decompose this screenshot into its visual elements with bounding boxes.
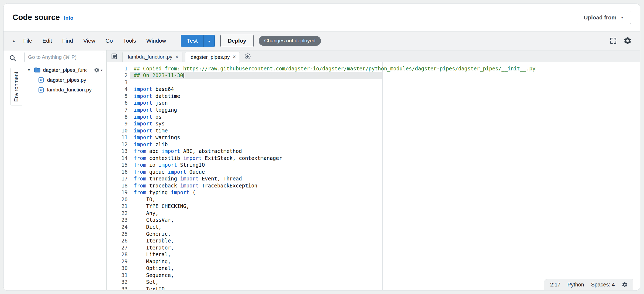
file-name: dagster_pipes.py: [47, 77, 86, 83]
file-tree-panel: ▼ dagster_pipes_function ▼ dagster_pipes…: [22, 50, 106, 290]
code-line-26: 26 Iterable,: [107, 237, 640, 244]
line-number[interactable]: 20: [107, 196, 128, 203]
editor-column: lambda_function.py×dagster_pipes.py× 1##…: [107, 50, 640, 290]
line-number[interactable]: 10: [107, 127, 128, 134]
line-number[interactable]: 5: [107, 93, 128, 100]
menu-file[interactable]: File: [22, 36, 34, 46]
close-tab-icon[interactable]: ×: [175, 54, 178, 60]
line-number[interactable]: 15: [107, 162, 128, 169]
tree-folder-row[interactable]: ▼ dagster_pipes_function ▼: [22, 65, 106, 75]
test-button[interactable]: Test: [181, 35, 203, 47]
line-number[interactable]: 21: [107, 203, 128, 210]
upload-from-button[interactable]: Upload from ▼: [577, 11, 631, 24]
line-number[interactable]: 8: [107, 114, 128, 121]
code-line-9: 9import sys: [107, 120, 640, 127]
code-line-16: 16from queue import Queue: [107, 169, 640, 176]
code-line-29: 29 Mapping,: [107, 258, 640, 265]
menu-edit[interactable]: Edit: [41, 36, 54, 46]
line-number[interactable]: 4: [107, 86, 128, 93]
upload-from-label: Upload from: [584, 14, 617, 21]
line-number[interactable]: 12: [107, 141, 128, 148]
line-number[interactable]: 2: [107, 72, 128, 79]
line-text: from queue import Queue: [128, 169, 640, 176]
code-line-20: 20 IO,: [107, 196, 640, 203]
line-number[interactable]: 19: [107, 189, 128, 196]
info-link[interactable]: Info: [64, 15, 73, 21]
tab-list-icon[interactable]: [111, 53, 118, 60]
code-line-22: 22 Any,: [107, 210, 640, 217]
line-number[interactable]: 17: [107, 175, 128, 182]
line-number[interactable]: 6: [107, 100, 128, 107]
line-number[interactable]: 11: [107, 134, 128, 141]
disclosure-triangle-icon[interactable]: ▼: [27, 68, 32, 72]
line-number[interactable]: 32: [107, 279, 128, 286]
fullscreen-icon[interactable]: [610, 37, 617, 44]
code-line-5: 5import datetime: [107, 93, 640, 100]
line-text: import os: [128, 114, 640, 121]
cursor-position[interactable]: 2:17: [550, 282, 560, 288]
line-number[interactable]: 24: [107, 224, 128, 231]
collapse-panel-icon[interactable]: ▲: [12, 39, 16, 43]
line-number[interactable]: 22: [107, 210, 128, 217]
menu-go[interactable]: Go: [104, 36, 115, 46]
line-text: import datetime: [128, 93, 640, 100]
line-number[interactable]: 27: [107, 244, 128, 251]
line-number[interactable]: 18: [107, 182, 128, 189]
deploy-button[interactable]: Deploy: [220, 35, 253, 47]
file-name: lambda_function.py: [47, 87, 92, 93]
search-icon[interactable]: [9, 54, 16, 62]
menu-list: FileEditFindViewGoToolsWindow: [22, 36, 168, 46]
main-content: Environment ▼ dagster_pipes_function: [4, 50, 640, 290]
language-mode[interactable]: Python: [567, 282, 584, 288]
page-title: Code source: [13, 13, 60, 22]
close-tab-icon[interactable]: ×: [233, 54, 236, 60]
line-number[interactable]: 33: [107, 286, 128, 290]
editor-settings-gear-icon[interactable]: [622, 282, 628, 288]
line-number[interactable]: 14: [107, 155, 128, 162]
line-number[interactable]: 25: [107, 231, 128, 238]
line-number[interactable]: 3: [107, 79, 128, 86]
spaces-setting[interactable]: Spaces: 4: [591, 282, 615, 288]
goto-anything-input[interactable]: [25, 52, 104, 62]
left-icon-strip: Environment: [4, 50, 22, 290]
line-number[interactable]: 28: [107, 251, 128, 258]
menubar-right-icons: [610, 36, 632, 45]
code-line-23: 23 ClassVar,: [107, 217, 640, 224]
tab-label: lambda_function.py: [128, 54, 172, 60]
code-editor[interactable]: 1## Copied from: https://raw.githubuserc…: [107, 62, 640, 290]
tree-file-dagster_pipes.py[interactable]: dagster_pipes.py: [22, 75, 106, 85]
deploy-status-badge: Changes not deployed: [259, 36, 321, 46]
menu-find[interactable]: Find: [61, 36, 75, 46]
line-number[interactable]: 7: [107, 107, 128, 114]
environment-tab[interactable]: Environment: [10, 68, 23, 106]
line-number[interactable]: 31: [107, 272, 128, 279]
line-number[interactable]: 9: [107, 120, 128, 127]
menu-window[interactable]: Window: [145, 36, 168, 46]
line-number[interactable]: 30: [107, 265, 128, 272]
test-dropdown-button[interactable]: ▼: [203, 35, 214, 47]
line-text: ## On 2023-11-30: [128, 72, 640, 79]
line-number[interactable]: 26: [107, 237, 128, 244]
line-number[interactable]: 29: [107, 258, 128, 265]
line-text: Iterator,: [128, 244, 640, 251]
line-text: Iterable,: [128, 237, 640, 244]
line-number[interactable]: 13: [107, 148, 128, 155]
code-line-8: 8import os: [107, 114, 640, 121]
menu-tools[interactable]: Tools: [122, 36, 138, 46]
line-number[interactable]: 16: [107, 169, 128, 176]
environment-tab-label: Environment: [13, 72, 19, 102]
new-tab-icon[interactable]: [244, 53, 251, 60]
editor-tab-lambda_function.py[interactable]: lambda_function.py×: [122, 52, 183, 62]
settings-gear-icon[interactable]: [623, 36, 632, 45]
editor-tab-dagster_pipes.py[interactable]: dagster_pipes.py×: [185, 52, 240, 63]
menu-view[interactable]: View: [82, 36, 97, 46]
code-line-30: 30 Optional,: [107, 265, 640, 272]
line-text: import base64: [128, 86, 640, 93]
line-number[interactable]: 1: [107, 65, 128, 72]
project-settings-gear-icon[interactable]: ▼: [94, 67, 103, 73]
tree-file-lambda_function.py[interactable]: lambda_function.py: [22, 85, 106, 95]
line-number[interactable]: 23: [107, 217, 128, 224]
test-split-button: Test ▼: [181, 35, 215, 47]
code-line-14: 14from contextlib import ExitStack, cont…: [107, 155, 640, 162]
folder-icon: [34, 67, 40, 73]
